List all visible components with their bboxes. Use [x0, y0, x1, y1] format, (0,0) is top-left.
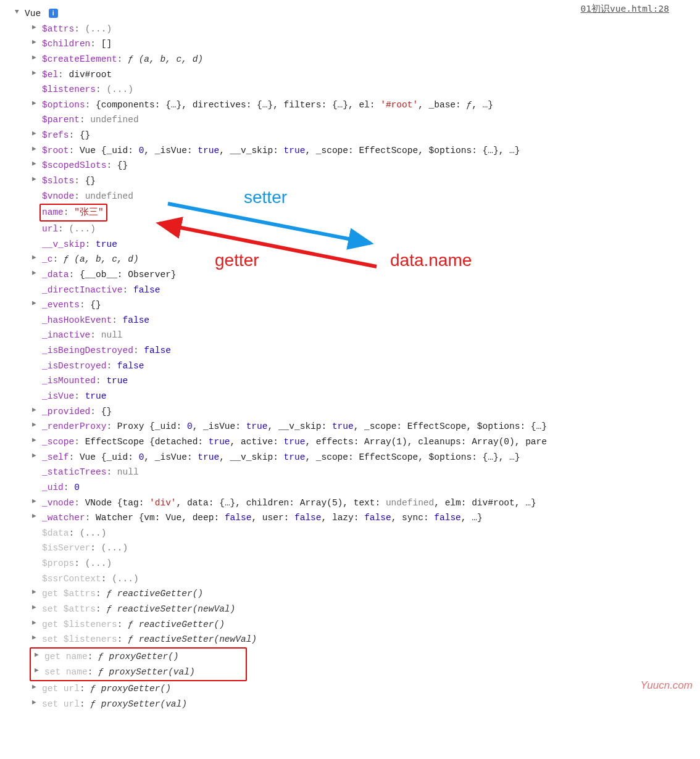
prop-isMounted[interactable]: ▶_isMounted: true: [7, 373, 693, 389]
prop-provided[interactable]: ▶_provided: {}: [7, 404, 693, 420]
prop-listeners[interactable]: ▶$listeners: (...): [7, 82, 693, 97]
prop-vnode2[interactable]: ▶_vnode: VNode {tag: 'div', data: {…}, c…: [7, 496, 693, 511]
prop-isServer[interactable]: ▶$isServer: (...): [7, 541, 693, 556]
chevron-right-icon[interactable]: ▶: [32, 617, 41, 629]
prop-children[interactable]: ▶$children: []: [7, 36, 693, 52]
prop-scopedSlots[interactable]: ▶$scopedSlots: {}: [7, 158, 693, 173]
prop-dollar-data[interactable]: ▶$data: (...): [7, 526, 693, 541]
prop-events[interactable]: ▶_events: {}: [7, 297, 693, 313]
getter-name[interactable]: ▶get name: ƒ proxyGetter(): [33, 649, 243, 665]
chevron-right-icon[interactable]: ▶: [32, 496, 41, 507]
chevron-right-icon[interactable]: ▶: [32, 143, 41, 155]
chevron-right-icon[interactable]: ▶: [32, 681, 41, 693]
setter-name[interactable]: ▶set name: ƒ proxySetter(val): [33, 665, 243, 680]
prop-attrs[interactable]: ▶$attrs: (...): [7, 22, 693, 37]
prop-scope[interactable]: ▶_scope: EffectScope {detached: true, ac…: [7, 434, 693, 450]
prop-refs[interactable]: ▶$refs: {}: [7, 128, 693, 143]
prop-inactive[interactable]: ▶_inactive: null: [7, 328, 693, 343]
chevron-right-icon[interactable]: ▶: [32, 52, 41, 64]
prop-dollar-props[interactable]: ▶$props: (...): [7, 556, 693, 571]
annotation-setter: setter: [244, 183, 287, 212]
chevron-right-icon[interactable]: ▶: [32, 67, 41, 79]
setter-attrs[interactable]: ▶set $attrs: ƒ reactiveSetter(newVal): [7, 602, 693, 617]
prop-vnode[interactable]: ▶$vnode: undefined: [7, 189, 693, 204]
getter-listeners[interactable]: ▶get $listeners: ƒ reactiveGetter(): [7, 617, 693, 632]
chevron-right-icon[interactable]: ▶: [32, 97, 41, 109]
watermark: Yuucn.com: [641, 677, 693, 695]
chevron-right-icon[interactable]: ▶: [32, 128, 41, 139]
prop-uid[interactable]: ▶_uid: 0: [7, 480, 693, 496]
prop-hasHookEvent[interactable]: ▶_hasHookEvent: false: [7, 313, 693, 328]
prop-data[interactable]: ▶_data: {__ob__: Observer}: [7, 267, 693, 283]
prop-v-skip[interactable]: ▶__v_skip: true: [7, 237, 693, 252]
getter-url[interactable]: ▶get url: ƒ proxyGetter(): [7, 681, 693, 697]
chevron-right-icon[interactable]: ▶: [35, 649, 43, 661]
prop-staticTrees[interactable]: ▶_staticTrees: null: [7, 465, 693, 480]
chevron-down-icon[interactable]: ▼: [15, 6, 23, 18]
prop-options[interactable]: ▶$options: {components: {…}, directives:…: [7, 97, 693, 113]
getter-attrs[interactable]: ▶get $attrs: ƒ reactiveGetter(): [7, 586, 693, 602]
prop-isBeingDestroyed[interactable]: ▶_isBeingDestroyed: false: [7, 343, 693, 359]
chevron-right-icon[interactable]: ▶: [32, 158, 41, 170]
prop-url[interactable]: ▶url: (...): [7, 222, 693, 237]
setter-url[interactable]: ▶set url: ƒ proxySetter(val): [7, 697, 693, 712]
prop-isDestroyed[interactable]: ▶_isDestroyed: false: [7, 359, 693, 374]
chevron-right-icon[interactable]: ▶: [32, 586, 41, 598]
prop-ssrContext[interactable]: ▶$ssrContext: (...): [7, 571, 693, 587]
chevron-right-icon[interactable]: ▶: [32, 419, 41, 431]
root-object[interactable]: ▼ Vue i: [7, 6, 693, 22]
chevron-right-icon[interactable]: ▶: [32, 450, 41, 462]
chevron-right-icon[interactable]: ▶: [32, 252, 41, 263]
annotation-dataname: data.name: [390, 246, 472, 275]
prop-slots[interactable]: ▶$slots: {}: [7, 173, 693, 189]
name-accessors-highlighted: ▶get name: ƒ proxyGetter() ▶set name: ƒ …: [30, 647, 247, 681]
chevron-right-icon[interactable]: ▶: [32, 267, 41, 279]
chevron-right-icon[interactable]: ▶: [32, 434, 41, 446]
prop-parent[interactable]: ▶$parent: undefined: [7, 112, 693, 128]
chevron-right-icon[interactable]: ▶: [32, 697, 41, 708]
chevron-right-icon[interactable]: ▶: [32, 602, 41, 613]
chevron-right-icon[interactable]: ▶: [32, 632, 41, 644]
chevron-right-icon[interactable]: ▶: [32, 404, 41, 416]
prop-directInactive[interactable]: ▶_directInactive: false: [7, 283, 693, 298]
prop-renderProxy[interactable]: ▶_renderProxy: Proxy {_uid: 0, _isVue: t…: [7, 419, 693, 434]
prop-c[interactable]: ▶_c: ƒ (a, b, c, d): [7, 252, 693, 267]
chevron-right-icon[interactable]: ▶: [32, 22, 41, 33]
prop-createElement[interactable]: ▶$createElement: ƒ (a, b, c, d): [7, 52, 693, 67]
annotation-getter: getter: [215, 246, 259, 275]
prop-watcher[interactable]: ▶_watcher: Watcher {vm: Vue, deep: false…: [7, 510, 693, 526]
prop-el[interactable]: ▶$el: div#root: [7, 67, 693, 83]
chevron-right-icon[interactable]: ▶: [35, 665, 43, 676]
chevron-right-icon[interactable]: ▶: [32, 36, 41, 48]
prop-self[interactable]: ▶_self: Vue {_uid: 0, _isVue: true, __v_…: [7, 450, 693, 465]
info-icon[interactable]: i: [49, 9, 58, 18]
console-output: 01初识vue.html:28 ▼ Vue i ▶$attrs: (...) ▶…: [0, 0, 700, 724]
chevron-right-icon[interactable]: ▶: [32, 173, 41, 185]
chevron-right-icon[interactable]: ▶: [32, 297, 41, 309]
prop-root[interactable]: ▶$root: Vue {_uid: 0, _isVue: true, __v_…: [7, 143, 693, 159]
chevron-right-icon[interactable]: ▶: [32, 510, 41, 522]
prop-isVue[interactable]: ▶_isVue: true: [7, 389, 693, 404]
prop-name-highlighted[interactable]: ▶name: "张三": [7, 204, 693, 222]
setter-listeners[interactable]: ▶set $listeners: ƒ reactiveSetter(newVal…: [7, 632, 693, 647]
